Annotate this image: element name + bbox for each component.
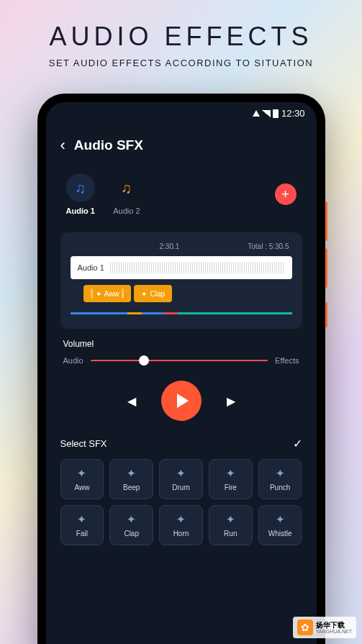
- sfx-clip-aww[interactable]: ✦ Aww: [83, 285, 132, 302]
- sfx-item-aww[interactable]: ✦Aww: [60, 459, 104, 499]
- audio-track[interactable]: Audio 1: [71, 256, 292, 279]
- tab-audio-1[interactable]: ♫ Audio 1: [66, 173, 95, 215]
- waveform: [110, 262, 285, 273]
- notification-icon: [253, 110, 260, 117]
- magic-wand-icon: ✦: [276, 467, 285, 480]
- sfx-item-run[interactable]: ✦Run: [209, 505, 253, 545]
- sfx-item-label: Whistle: [268, 530, 292, 538]
- next-button[interactable]: ▶: [219, 389, 243, 413]
- sfx-item-label: Run: [224, 530, 237, 538]
- mini-timeline[interactable]: [71, 312, 292, 314]
- volume-slider[interactable]: [91, 360, 268, 361]
- magic-wand-icon: ✦: [276, 513, 285, 526]
- signal-icon: [262, 110, 271, 117]
- clip-handle[interactable]: [122, 289, 124, 299]
- sfx-item-clap[interactable]: ✦Clap: [109, 505, 153, 545]
- current-time: 2:30.1: [160, 242, 180, 250]
- sfx-item-beep[interactable]: ✦Beep: [109, 459, 153, 499]
- timeline-panel: 2:30.1 Total : 5:30.5 Audio 1 ✦ Aww ✦ Cl…: [60, 232, 302, 329]
- sfx-item-label: Drum: [172, 484, 189, 491]
- total-time: Total : 5:30.5: [248, 242, 289, 250]
- volume-title: Volumel: [63, 339, 299, 349]
- magic-wand-icon: ✦: [226, 513, 235, 526]
- phone-side-button: [325, 248, 327, 288]
- sfx-item-label: Beep: [123, 484, 140, 491]
- status-bar: 12:30: [46, 102, 317, 124]
- sfx-header: Select SFX ✓: [60, 437, 302, 450]
- volume-label-audio: Audio: [63, 356, 83, 365]
- add-audio-button[interactable]: +: [275, 183, 297, 205]
- sfx-item-drum[interactable]: ✦Drum: [159, 459, 203, 499]
- clip-handle[interactable]: [91, 289, 93, 299]
- screen: 12:30 ‹ Audio SFX ♫ Audio 1 ♫ Audio 2 + …: [46, 102, 317, 644]
- clip-label: Aww: [104, 290, 119, 298]
- phone-frame: 12:30 ‹ Audio SFX ♫ Audio 1 ♫ Audio 2 + …: [37, 94, 325, 644]
- sfx-clip-clap[interactable]: ✦ Clap: [134, 285, 172, 302]
- sfx-item-fail[interactable]: ✦Fail: [60, 505, 104, 545]
- magic-wand-icon: ✦: [127, 467, 136, 480]
- sfx-item-label: Horn: [173, 530, 189, 538]
- sfx-item-label: Aww: [74, 484, 89, 491]
- play-button[interactable]: [161, 381, 202, 421]
- play-icon: [177, 394, 189, 408]
- sfx-item-label: Clap: [124, 530, 139, 538]
- sfx-title: Select SFX: [60, 438, 107, 449]
- confirm-button[interactable]: ✓: [293, 437, 302, 450]
- status-time: 12:30: [281, 108, 305, 119]
- track-label: Audio 1: [78, 263, 104, 272]
- volume-label-effects: Effects: [275, 356, 299, 365]
- sfx-item-horn[interactable]: ✦Horn: [159, 505, 203, 545]
- volume-slider-row: Audio Effects: [63, 356, 299, 365]
- playback-controls: ◀ ▶: [46, 381, 317, 421]
- time-labels: 2:30.1 Total : 5:30.5: [71, 242, 292, 256]
- watermark-url: YANGHUA.NET: [316, 629, 352, 635]
- watermark-text: 扬华下载: [316, 621, 352, 629]
- sfx-item-label: Fail: [76, 530, 88, 538]
- sfx-item-label: Fire: [225, 484, 237, 491]
- audio-tabs: ♫ Audio 1 ♫ Audio 2 +: [46, 166, 317, 222]
- sfx-item-label: Punch: [270, 484, 290, 491]
- hero-title: AUDIO EFFECTS: [0, 0, 362, 52]
- watermark: ✿ 扬华下载 YANGHUA.NET: [293, 617, 356, 638]
- phone-side-button: [325, 302, 327, 327]
- hero-subtitle: SET AUDIO EFFECTS ACCORDING TO SITUATION: [0, 58, 362, 68]
- sfx-item-punch[interactable]: ✦Punch: [258, 459, 302, 499]
- tab-label: Audio 2: [113, 207, 140, 215]
- magic-wand-icon: ✦: [77, 467, 86, 480]
- clip-label: Clap: [150, 290, 165, 298]
- music-note-icon: ♫: [112, 173, 141, 202]
- sfx-item-fire[interactable]: ✦Fire: [209, 459, 253, 499]
- sfx-grid: ✦Aww✦Beep✦Drum✦Fire✦Punch✦Fail✦Clap✦Horn…: [60, 459, 302, 545]
- status-icons: [253, 109, 279, 118]
- magic-wand-icon: ✦: [77, 513, 86, 526]
- phone-side-button: [325, 201, 327, 241]
- tab-label: Audio 1: [66, 207, 95, 215]
- watermark-logo: ✿: [297, 620, 313, 635]
- page-title: Audio SFX: [74, 137, 143, 153]
- magic-wand-icon: ✦: [127, 513, 136, 526]
- magic-wand-icon: ✦: [226, 467, 235, 480]
- sfx-item-whistle[interactable]: ✦Whistle: [258, 505, 302, 545]
- sfx-clips-row: ✦ Aww ✦ Clap: [71, 285, 292, 302]
- magic-wand-icon: ✦: [176, 467, 186, 480]
- previous-button[interactable]: ◀: [119, 389, 144, 413]
- slider-thumb[interactable]: [139, 355, 149, 366]
- app-header: ‹ Audio SFX: [46, 124, 317, 166]
- sfx-section: Select SFX ✓ ✦Aww✦Beep✦Drum✦Fire✦Punch✦F…: [46, 437, 317, 545]
- music-note-icon: ♫: [66, 173, 95, 202]
- magic-wand-icon: ✦: [141, 290, 147, 298]
- back-button[interactable]: ‹: [60, 136, 65, 155]
- volume-section: Volumel Audio Effects: [46, 339, 317, 365]
- tab-audio-2[interactable]: ♫ Audio 2: [112, 173, 141, 215]
- magic-wand-icon: ✦: [176, 513, 186, 526]
- magic-wand-icon: ✦: [96, 290, 101, 298]
- battery-icon: [273, 109, 279, 118]
